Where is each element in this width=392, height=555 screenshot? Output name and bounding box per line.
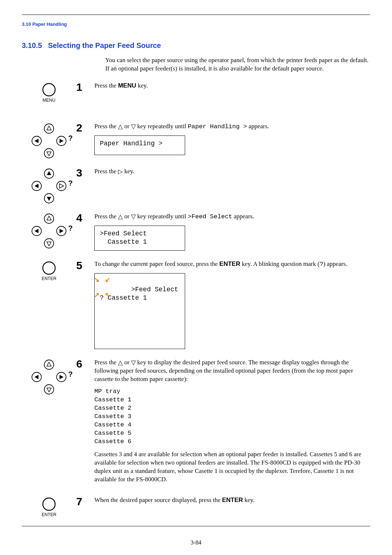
step-1-text: Press the MENU key.	[94, 82, 370, 94]
down-arrow-icon	[44, 384, 54, 395]
menu-button-label: MENU	[42, 98, 55, 103]
step-7: ENTER 7 When the desired paper source di…	[22, 496, 370, 518]
cassette-list: MP tray Cassette 1 Cassette 2 Cassette 3…	[94, 388, 370, 446]
step-2-text: Press the △ or ▽ key repeatedly until Pa…	[94, 122, 370, 157]
question-mark-icon: ?	[68, 179, 73, 187]
step-7-number: 7	[76, 496, 94, 507]
step-2: ? 2 Press the △ or ▽ key repeatedly unti…	[22, 122, 370, 159]
svg-point-1	[44, 124, 54, 133]
svg-point-34	[43, 498, 55, 510]
step-3-text-a: Press the	[94, 168, 118, 175]
triangle-right-icon: ▷	[118, 169, 123, 175]
up-arrow-icon	[44, 213, 54, 224]
page-number: 3-84	[22, 536, 370, 546]
step-7-text-b: key.	[243, 497, 254, 503]
arrow-cluster-icon: ?	[29, 123, 69, 159]
up-arrow-icon	[44, 123, 54, 134]
svg-marker-14	[60, 184, 64, 188]
step-2-text-d: appears.	[247, 123, 269, 130]
left-arrow-icon	[31, 135, 42, 146]
triangle-down-icon: ▽	[131, 214, 136, 220]
svg-marker-4	[34, 139, 38, 143]
up-arrow-icon	[44, 359, 54, 370]
lcd-display: Paper Handling >	[94, 135, 185, 155]
step-7-text: When the desired paper source displayed,…	[94, 496, 370, 509]
step-5-icon: ENTER	[22, 260, 76, 281]
menu-key-name: MENU	[118, 82, 136, 89]
step-3-text: Press the ▷ key.	[94, 167, 370, 180]
step-4-text: Press the △ or ▽ key repeatedly until >F…	[94, 212, 370, 252]
left-arrow-icon	[31, 226, 42, 236]
svg-marker-2	[47, 126, 51, 130]
svg-marker-10	[47, 171, 51, 175]
triangle-up-icon: △	[118, 360, 123, 366]
svg-marker-12	[34, 184, 38, 188]
step-6-text: Press the △ or ▽ key to display the desi…	[94, 358, 370, 488]
svg-marker-22	[60, 229, 64, 233]
lcd-display: >Feed Select Cassette 1	[94, 226, 185, 251]
section-number-text: 3.10.5	[22, 41, 42, 49]
triangle-up-icon: △	[118, 123, 123, 130]
enter-button-label: ENTER	[42, 276, 57, 281]
svg-point-13	[57, 181, 66, 191]
step-7-icon: ENTER	[22, 496, 76, 517]
question-mark-icon: ?	[68, 224, 73, 232]
svg-marker-31	[60, 375, 64, 379]
enter-key-name: ENTER	[222, 497, 243, 503]
svg-marker-29	[34, 375, 38, 379]
svg-point-25	[43, 262, 55, 274]
right-arrow-icon	[56, 372, 67, 382]
question-mark-icon: ?	[68, 134, 73, 142]
step-6-number: 6	[76, 358, 94, 369]
step-5-text: To change the current paper feed source,…	[94, 260, 370, 351]
step-7-text-a: When the desired paper source displayed,…	[94, 497, 222, 503]
svg-point-0	[43, 84, 55, 96]
blink-arrow-icon: ↙	[105, 276, 110, 284]
blink-arrow-icon: ↗	[94, 291, 99, 299]
svg-point-23	[44, 239, 54, 248]
step-6-text-b: or	[123, 359, 131, 366]
step-6-text-a: Press the	[94, 359, 118, 366]
step-2-text-a: Press the	[94, 123, 118, 130]
left-arrow-icon	[31, 372, 42, 382]
svg-marker-33	[47, 388, 51, 392]
arrow-cluster-icon: ?	[29, 168, 69, 204]
section-title: 3.10.5 Selecting the Paper Feed Source	[22, 41, 370, 50]
step-5: ENTER 5 To change the current paper feed…	[22, 260, 370, 351]
svg-marker-6	[60, 139, 64, 143]
triangle-down-icon: ▽	[131, 360, 136, 366]
svg-marker-27	[47, 362, 51, 366]
step-2-number: 2	[76, 122, 94, 133]
down-arrow-icon	[44, 238, 54, 249]
step-5-number: 5	[76, 260, 94, 271]
step-1-text-b: key.	[136, 82, 148, 89]
svg-point-26	[44, 360, 54, 369]
arrow-cluster-icon: ?	[29, 359, 69, 396]
menu-button-icon	[42, 82, 56, 97]
step-1-icon: MENU	[22, 82, 76, 103]
step-5-text-c: ) appears.	[323, 260, 347, 267]
step-4-icon: ?	[22, 212, 76, 250]
svg-marker-24	[47, 242, 51, 246]
page: 3.10 Paper Handling 3.10.5 Selecting the…	[0, 0, 392, 553]
step-3-number: 3	[76, 167, 94, 178]
enter-key-name: ENTER	[219, 260, 240, 267]
right-arrow-icon	[56, 181, 67, 191]
blink-arrow-icon: ↘	[94, 276, 99, 284]
step-2-mono: Paper Handling >	[188, 123, 247, 130]
step-4-text-b: or	[123, 213, 131, 220]
step-3-text-b: key.	[123, 168, 134, 175]
arrow-cluster-icon: ?	[29, 213, 69, 250]
right-arrow-icon	[56, 135, 67, 146]
step-1-number: 1	[76, 82, 94, 93]
step-5-text-b: key. A blinking question mark (	[240, 260, 319, 267]
left-arrow-icon	[31, 181, 42, 191]
svg-marker-16	[47, 197, 51, 201]
intro-paragraph: You can select the paper source using th…	[105, 56, 370, 73]
step-6-note: Cassettes 3 and 4 are available for sele…	[94, 450, 370, 484]
triangle-down-icon: ▽	[131, 123, 136, 130]
step-2-text-c: key repeatedly until	[136, 123, 188, 130]
step-1: MENU 1 Press the MENU key.	[22, 82, 370, 114]
step-4-number: 4	[76, 212, 94, 223]
step-3: ? 3 Press the ▷ key.	[22, 167, 370, 204]
